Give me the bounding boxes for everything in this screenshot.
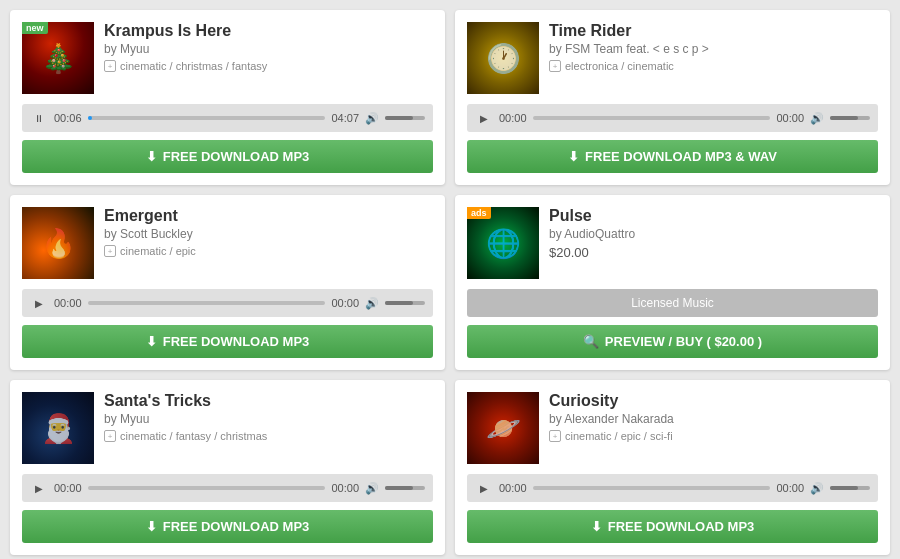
card-curiosity: 🪐 Curiosity by Alexander Nakarada + cine…	[455, 380, 890, 555]
play-btn-krampus[interactable]: ⏸	[30, 109, 48, 127]
volume-icon-curiosity: 🔊	[810, 482, 824, 495]
card-krampus: new 🎄 Krampus Is Here by Myuu + cinemati…	[10, 10, 445, 185]
player-curiosity: ▶ 00:00 00:00 🔊	[467, 474, 878, 502]
volume-slider-timerider[interactable]	[830, 116, 870, 120]
card-info-curiosity: Curiosity by Alexander Nakarada + cinema…	[549, 392, 878, 442]
card-title-curiosity: Curiosity	[549, 392, 878, 410]
card-title-emergent: Emergent	[104, 207, 433, 225]
tag-icon-curiosity: +	[549, 430, 561, 442]
volume-fill-timerider	[830, 116, 858, 120]
play-btn-santas[interactable]: ▶	[30, 479, 48, 497]
tags-emergent: + cinematic / epic	[104, 245, 433, 257]
card-title-pulse: Pulse	[549, 207, 878, 225]
card-artist-krampus: by Myuu	[104, 42, 433, 56]
card-info-emergent: Emergent by Scott Buckley + cinematic / …	[104, 207, 433, 257]
tag-text-timerider: electronica / cinematic	[565, 60, 674, 72]
card-top-santas: 🎅 Santa's Tricks by Myuu + cinematic / f…	[22, 392, 433, 464]
play-btn-emergent[interactable]: ▶	[30, 294, 48, 312]
tag-icon-santas: +	[104, 430, 116, 442]
thumb-emergent: 🔥	[22, 207, 94, 279]
play-btn-timerider[interactable]: ▶	[475, 109, 493, 127]
thumb-santas: 🎅	[22, 392, 94, 464]
tag-text-curiosity: cinematic / epic / sci-fi	[565, 430, 673, 442]
time-total-timerider: 00:00	[776, 112, 804, 124]
thumb-inner-santas: 🎅	[22, 392, 94, 464]
download-icon-krampus: ⬇	[146, 149, 157, 164]
tag-text-krampus: cinematic / christmas / fantasy	[120, 60, 267, 72]
music-grid: new 🎄 Krampus Is Here by Myuu + cinemati…	[10, 10, 890, 555]
tags-krampus: + cinematic / christmas / fantasy	[104, 60, 433, 72]
thumb-inner-emergent: 🔥	[22, 207, 94, 279]
volume-fill-krampus	[385, 116, 413, 120]
card-top-krampus: new 🎄 Krampus Is Here by Myuu + cinemati…	[22, 22, 433, 94]
progress-bar-curiosity[interactable]	[533, 486, 771, 490]
volume-icon-timerider: 🔊	[810, 112, 824, 125]
progress-bar-krampus[interactable]	[88, 116, 326, 120]
download-btn-emergent[interactable]: ⬇ FREE DOWNLOAD MP3	[22, 325, 433, 358]
card-pulse: ads 🌐 Pulse by AudioQuattro $20.00 Licen…	[455, 195, 890, 370]
card-artist-pulse: by AudioQuattro	[549, 227, 878, 241]
volume-icon-krampus: 🔊	[365, 112, 379, 125]
download-icon-curiosity: ⬇	[591, 519, 602, 534]
tags-santas: + cinematic / fantasy / christmas	[104, 430, 433, 442]
download-icon-santas: ⬇	[146, 519, 157, 534]
play-btn-curiosity[interactable]: ▶	[475, 479, 493, 497]
card-timerider: 🕐 Time Rider by FSM Team feat. < e s c p…	[455, 10, 890, 185]
card-emergent: 🔥 Emergent by Scott Buckley + cinematic …	[10, 195, 445, 370]
progress-bar-timerider[interactable]	[533, 116, 771, 120]
card-title-krampus: Krampus Is Here	[104, 22, 433, 40]
player-timerider: ▶ 00:00 00:00 🔊	[467, 104, 878, 132]
time-current-curiosity: 00:00	[499, 482, 527, 494]
card-top-pulse: ads 🌐 Pulse by AudioQuattro $20.00	[467, 207, 878, 279]
time-total-santas: 00:00	[331, 482, 359, 494]
card-info-pulse: Pulse by AudioQuattro $20.00	[549, 207, 878, 260]
volume-icon-emergent: 🔊	[365, 297, 379, 310]
price-pulse: $20.00	[549, 245, 878, 260]
download-btn-curiosity[interactable]: ⬇ FREE DOWNLOAD MP3	[467, 510, 878, 543]
download-btn-timerider[interactable]: ⬇ FREE DOWNLOAD MP3 & WAV	[467, 140, 878, 173]
player-santas: ▶ 00:00 00:00 🔊	[22, 474, 433, 502]
volume-slider-emergent[interactable]	[385, 301, 425, 305]
player-emergent: ▶ 00:00 00:00 🔊	[22, 289, 433, 317]
card-santas: 🎅 Santa's Tricks by Myuu + cinematic / f…	[10, 380, 445, 555]
card-top-timerider: 🕐 Time Rider by FSM Team feat. < e s c p…	[467, 22, 878, 94]
licensed-bar-pulse: Licensed Music	[467, 289, 878, 317]
thumb-inner-krampus: 🎄	[22, 22, 94, 94]
volume-slider-santas[interactable]	[385, 486, 425, 490]
volume-fill-curiosity	[830, 486, 858, 490]
progress-bar-emergent[interactable]	[88, 301, 326, 305]
tag-icon-krampus: +	[104, 60, 116, 72]
tag-icon-timerider: +	[549, 60, 561, 72]
thumb-curiosity: 🪐	[467, 392, 539, 464]
download-icon-timerider: ⬇	[568, 149, 579, 164]
time-total-curiosity: 00:00	[776, 482, 804, 494]
thumb-inner-timerider: 🕐	[467, 22, 539, 94]
progress-fill-krampus	[88, 116, 93, 120]
volume-icon-santas: 🔊	[365, 482, 379, 495]
player-krampus: ⏸ 00:06 04:07 🔊	[22, 104, 433, 132]
thumb-inner-pulse: 🌐	[467, 207, 539, 279]
card-top-curiosity: 🪐 Curiosity by Alexander Nakarada + cine…	[467, 392, 878, 464]
tags-curiosity: + cinematic / epic / sci-fi	[549, 430, 878, 442]
volume-fill-emergent	[385, 301, 413, 305]
volume-slider-krampus[interactable]	[385, 116, 425, 120]
time-total-emergent: 00:00	[331, 297, 359, 309]
time-total-krampus: 04:07	[331, 112, 359, 124]
thumb-pulse: ads 🌐	[467, 207, 539, 279]
time-current-timerider: 00:00	[499, 112, 527, 124]
progress-bar-santas[interactable]	[88, 486, 326, 490]
download-btn-krampus[interactable]: ⬇ FREE DOWNLOAD MP3	[22, 140, 433, 173]
time-current-santas: 00:00	[54, 482, 82, 494]
volume-fill-santas	[385, 486, 413, 490]
card-top-emergent: 🔥 Emergent by Scott Buckley + cinematic …	[22, 207, 433, 279]
time-current-krampus: 00:06	[54, 112, 82, 124]
download-icon-emergent: ⬇	[146, 334, 157, 349]
card-title-santas: Santa's Tricks	[104, 392, 433, 410]
card-title-timerider: Time Rider	[549, 22, 878, 40]
preview-btn-pulse[interactable]: 🔍 PREVIEW / BUY ( $20.00 )	[467, 325, 878, 358]
volume-slider-curiosity[interactable]	[830, 486, 870, 490]
card-info-timerider: Time Rider by FSM Team feat. < e s c p >…	[549, 22, 878, 72]
card-info-krampus: Krampus Is Here by Myuu + cinematic / ch…	[104, 22, 433, 72]
download-btn-santas[interactable]: ⬇ FREE DOWNLOAD MP3	[22, 510, 433, 543]
card-artist-timerider: by FSM Team feat. < e s c p >	[549, 42, 878, 56]
